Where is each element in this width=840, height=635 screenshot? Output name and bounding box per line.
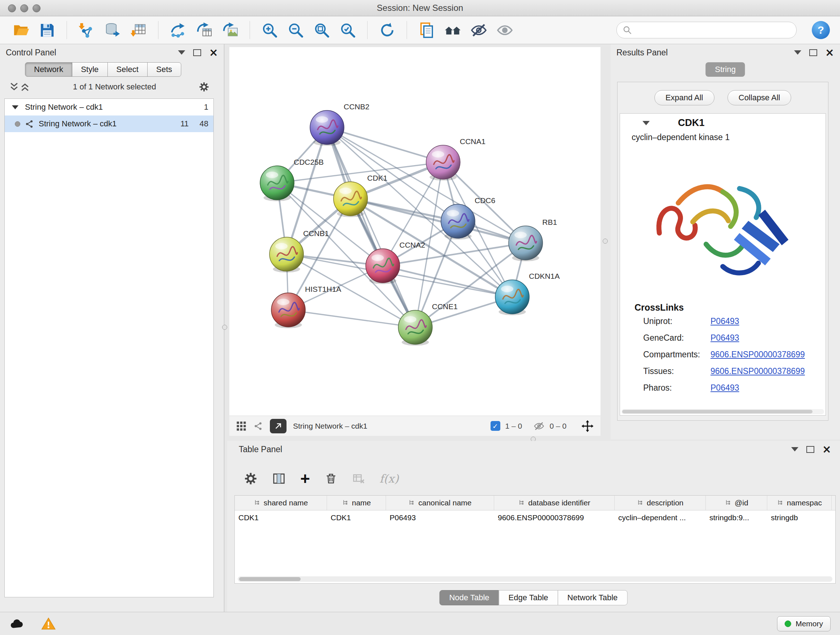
tab-edge-table[interactable]: Edge Table bbox=[499, 590, 558, 605]
right-splitter-handle[interactable] bbox=[603, 239, 608, 244]
crosslink-link[interactable]: P06493 bbox=[711, 383, 739, 393]
crosshair-icon[interactable] bbox=[581, 420, 594, 432]
table-cell[interactable]: stringdb bbox=[767, 510, 832, 525]
column-header-name[interactable]: name bbox=[327, 496, 386, 510]
network-canvas[interactable]: CCNB2CCNA1CDC25BCDK1CDC6RB1CCNB1CCNA2CDK… bbox=[229, 47, 600, 416]
memory-button[interactable]: Memory bbox=[777, 616, 831, 631]
copy-document-button[interactable] bbox=[416, 19, 437, 41]
close-panel-icon[interactable] bbox=[822, 446, 831, 453]
network-edges[interactable] bbox=[277, 127, 526, 327]
tab-select[interactable]: Select bbox=[107, 62, 148, 77]
warning-icon[interactable] bbox=[41, 616, 56, 631]
table-scrollbar-thumb[interactable] bbox=[239, 577, 301, 581]
tab-node-table[interactable]: Node Table bbox=[439, 590, 499, 605]
collapse-all-button[interactable]: Collapse All bbox=[728, 90, 791, 105]
expand-all-button[interactable]: Expand All bbox=[654, 90, 714, 105]
tab-network-table[interactable]: Network Table bbox=[557, 590, 627, 605]
left-splitter-handle[interactable] bbox=[222, 325, 227, 330]
checkbox-icon[interactable] bbox=[491, 421, 500, 431]
network-edge[interactable] bbox=[327, 127, 443, 162]
network-node-CDKN1A[interactable]: CDKN1A bbox=[495, 272, 560, 315]
network-edge[interactable] bbox=[351, 199, 526, 243]
zoom-window-button[interactable] bbox=[33, 4, 41, 12]
hide-selected-button[interactable] bbox=[468, 19, 489, 41]
collapse-chevrons-icon[interactable] bbox=[9, 81, 19, 92]
network-node-CDK1[interactable]: CDK1 bbox=[333, 174, 387, 217]
function-icon[interactable] bbox=[379, 472, 399, 485]
zoom-selected-button[interactable] bbox=[337, 19, 358, 41]
panel-menu-arrow-icon[interactable] bbox=[791, 447, 798, 451]
column-header-namespac[interactable]: namespac bbox=[767, 496, 832, 510]
save-session-button[interactable] bbox=[36, 19, 58, 41]
network-graph[interactable]: CCNB2CCNA1CDC25BCDK1CDC6RB1CCNB1CCNA2CDK… bbox=[229, 47, 600, 416]
table-row[interactable]: CDK1CDK1P064939606.ENSP00000378699cyclin… bbox=[235, 510, 835, 525]
gear-icon[interactable] bbox=[199, 81, 210, 92]
network-node-RB1[interactable]: RB1 bbox=[508, 218, 557, 261]
network-node-HIST1H1A[interactable]: HIST1H1A bbox=[271, 285, 341, 328]
tab-network[interactable]: Network bbox=[25, 62, 73, 77]
table-cell[interactable]: cyclin–dependent ... bbox=[615, 510, 706, 525]
panel-menu-arrow-icon[interactable] bbox=[178, 50, 185, 55]
float-panel-icon[interactable] bbox=[806, 446, 814, 453]
close-panel-icon[interactable] bbox=[825, 49, 834, 56]
import-table-button[interactable] bbox=[128, 19, 149, 41]
float-panel-icon[interactable] bbox=[809, 49, 817, 56]
table-cell[interactable]: 9606.ENSP00000378699 bbox=[494, 510, 615, 525]
float-panel-icon[interactable] bbox=[193, 49, 201, 56]
add-icon[interactable] bbox=[300, 471, 310, 486]
zoom-out-button[interactable] bbox=[285, 19, 306, 41]
crosslink-link[interactable]: P06493 bbox=[711, 317, 739, 326]
home-button[interactable] bbox=[442, 19, 463, 41]
new-network-from-selection-button[interactable] bbox=[167, 19, 189, 41]
table-cell[interactable]: CDK1 bbox=[235, 510, 327, 525]
network-row[interactable]: String Network – cdk1 11 48 bbox=[5, 116, 213, 132]
close-panel-icon[interactable] bbox=[209, 49, 218, 56]
search-input[interactable] bbox=[636, 23, 789, 37]
close-window-button[interactable] bbox=[8, 4, 16, 12]
import-network-from-file-button[interactable] bbox=[76, 19, 97, 41]
tab-sets[interactable]: Sets bbox=[147, 62, 181, 77]
table-cell[interactable]: stringdb:9... bbox=[706, 510, 767, 525]
open-session-button[interactable] bbox=[10, 19, 32, 41]
export-image-button[interactable] bbox=[219, 19, 241, 41]
minimize-window-button[interactable] bbox=[20, 4, 28, 12]
network-collection-row[interactable]: String Network – cdk1 1 bbox=[5, 99, 213, 116]
share-icon[interactable] bbox=[253, 421, 264, 431]
crosslink-link[interactable]: 9606.ENSP00000378699 bbox=[711, 366, 805, 376]
delete-table-icon[interactable] bbox=[352, 472, 365, 485]
clone-network-button[interactable] bbox=[193, 19, 215, 41]
columns-icon[interactable] bbox=[272, 472, 286, 486]
grid-icon[interactable] bbox=[236, 421, 247, 432]
show-all-button[interactable] bbox=[494, 19, 515, 41]
network-edge[interactable] bbox=[327, 127, 415, 327]
table-cell[interactable]: CDK1 bbox=[327, 510, 386, 525]
table-cell[interactable]: P06493 bbox=[386, 510, 494, 525]
expand-chevrons-icon[interactable] bbox=[19, 81, 30, 92]
eye-slash-icon[interactable] bbox=[534, 421, 545, 432]
results-scrollbar[interactable] bbox=[622, 409, 824, 414]
collapse-triangle-icon[interactable] bbox=[643, 121, 650, 125]
crosslink-link[interactable]: 9606.ENSP00000378699 bbox=[711, 350, 805, 359]
gene-card-header[interactable]: CDK1 bbox=[620, 114, 826, 133]
import-network-from-database-button[interactable] bbox=[102, 19, 123, 41]
table-scrollbar[interactable] bbox=[238, 576, 832, 582]
gear-icon[interactable] bbox=[244, 472, 257, 486]
column-header-database-identifier[interactable]: database identifier bbox=[494, 496, 615, 510]
crosslink-link[interactable]: P06493 bbox=[711, 333, 739, 343]
network-edge[interactable] bbox=[288, 310, 415, 327]
apply-layout-button[interactable] bbox=[376, 19, 398, 41]
column-header-shared-name[interactable]: shared name bbox=[235, 496, 327, 510]
trash-icon[interactable] bbox=[325, 472, 338, 485]
results-scrollbar-thumb[interactable] bbox=[622, 410, 813, 413]
cloud-icon[interactable] bbox=[9, 616, 25, 631]
network-node-CCNB1[interactable]: CCNB1 bbox=[270, 229, 329, 272]
panel-menu-arrow-icon[interactable] bbox=[794, 50, 801, 55]
column-header-description[interactable]: description bbox=[615, 496, 706, 510]
tab-style[interactable]: Style bbox=[72, 62, 108, 77]
zoom-in-button[interactable] bbox=[259, 19, 280, 41]
column-header-@id[interactable]: @id bbox=[706, 496, 767, 510]
column-header-canonical-name[interactable]: canonical name bbox=[386, 496, 494, 510]
zoom-fit-button[interactable] bbox=[311, 19, 332, 41]
tab-string[interactable]: String bbox=[706, 62, 745, 77]
open-in-new-window-button[interactable] bbox=[270, 419, 286, 433]
